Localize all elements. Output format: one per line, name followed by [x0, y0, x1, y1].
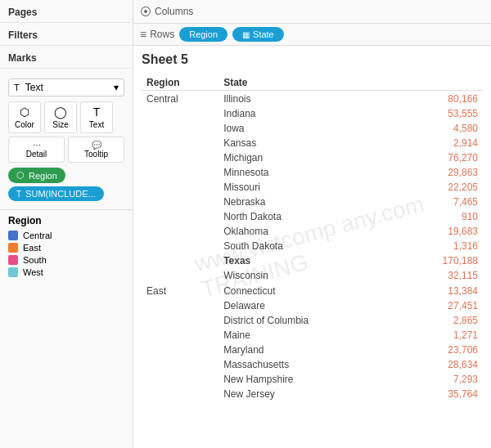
table-row: Texas170,188: [142, 253, 483, 268]
region-cell: [142, 372, 218, 387]
region-cell: [142, 357, 218, 372]
columns-toolbar: ⦿ Columns: [133, 0, 491, 24]
region-cell: [142, 343, 218, 357]
region-cell: [142, 195, 218, 209]
table-row: Nebraska7,465: [142, 195, 483, 209]
state-cell: Illinois: [218, 91, 394, 107]
legend-item-east: East: [8, 243, 124, 253]
table-row: Michigan76,270: [142, 150, 483, 165]
region-cell: [142, 298, 218, 313]
sum-pill-type-icon: T: [16, 190, 21, 199]
table-row: Kansas2,914: [142, 136, 483, 150]
table-row: Minnesota29,863: [142, 165, 483, 180]
value-cell: 35,764: [394, 387, 483, 401]
region-toolbar-pill[interactable]: Region: [179, 27, 227, 42]
region-cell: [142, 239, 218, 253]
state-toolbar-pill[interactable]: ▦ State: [232, 27, 284, 42]
sheet-title: Sheet 5: [142, 52, 483, 67]
value-cell: 1,316: [394, 239, 483, 253]
table-row: Maine1,271: [142, 328, 483, 343]
tooltip-label: Tooltip: [84, 150, 108, 159]
region-cell: [142, 268, 218, 283]
sum-pill[interactable]: T SUM(INCLUDE...: [8, 186, 104, 201]
rows-icon: ≡: [140, 28, 146, 41]
region-pill-label: Region: [29, 171, 57, 181]
table-row: EastConnecticut13,384: [142, 283, 483, 298]
region-cell: [142, 253, 218, 268]
value-cell: 22,205: [394, 180, 483, 195]
value-cell: 80,166: [394, 91, 483, 107]
region-cell: [142, 136, 218, 150]
region-cell: [142, 387, 218, 401]
region-col-header: Region: [142, 75, 218, 91]
value-cell: 29,863: [394, 165, 483, 180]
state-cell: New Jersey: [218, 387, 394, 401]
state-cell: Maine: [218, 328, 394, 343]
region-cell: [142, 313, 218, 328]
region-cell: [142, 180, 218, 195]
rows-label: Rows: [150, 29, 174, 40]
state-cell: Nebraska: [218, 195, 394, 209]
state-cell: South Dakota: [218, 239, 394, 253]
central-label: Central: [23, 231, 52, 240]
size-mark-button[interactable]: ◯ Size: [44, 101, 77, 133]
marks-section-header: Marks: [0, 46, 133, 69]
state-cell: New Hampshire: [218, 372, 394, 387]
table-row: Iowa4,580: [142, 121, 483, 136]
detail-mark-button[interactable]: ⋯ Detail: [8, 137, 65, 163]
state-cell: Indiana: [218, 106, 394, 121]
value-cell: 2,914: [394, 136, 483, 150]
region-pill-dots-icon: ⬡: [16, 170, 25, 181]
value-cell: 28,634: [394, 357, 483, 372]
value-cell: 76,270: [394, 150, 483, 165]
color-mark-button[interactable]: ⬡ Color: [8, 101, 41, 133]
table-row: Missouri22,205: [142, 180, 483, 195]
state-cell: Kansas: [218, 136, 394, 150]
sheet-scroll[interactable]: Sheet 5 Region State CentralIllinois80,1…: [133, 46, 491, 448]
east-swatch: [8, 243, 18, 253]
value-cell: 170,188: [394, 253, 483, 268]
pages-section-header: Pages: [0, 0, 133, 23]
detail-label: Detail: [26, 150, 47, 159]
value-cell: 7,293: [394, 372, 483, 387]
marks-type-dropdown[interactable]: T Text ▾: [8, 78, 124, 96]
region-cell: [142, 121, 218, 136]
value-cell: 32,115: [394, 268, 483, 283]
region-pill[interactable]: ⬡ Region: [8, 168, 65, 183]
value-cell: 23,706: [394, 343, 483, 357]
sheet-container: Sheet 5 Region State CentralIllinois80,1…: [133, 46, 491, 448]
text-mark-label: Text: [89, 120, 104, 129]
legend-item-west: West: [8, 267, 124, 277]
west-label: West: [23, 267, 43, 277]
state-cell: Texas: [218, 253, 394, 268]
color-icon: ⬡: [20, 105, 29, 119]
central-swatch: [8, 231, 18, 240]
legend-item-central: Central: [8, 231, 124, 240]
detail-icon: ⋯: [33, 141, 41, 150]
value-cell: 2,865: [394, 313, 483, 328]
region-cell: [142, 150, 218, 165]
state-cell: Iowa: [218, 121, 394, 136]
region-cell: Central: [142, 91, 218, 107]
state-cell: Massachusetts: [218, 357, 394, 372]
value-cell: 910: [394, 209, 483, 224]
state-cell: District of Columbia: [218, 313, 394, 328]
data-table: Region State CentralIllinois80,166Indian…: [142, 75, 483, 401]
state-pill-table-icon: ▦: [242, 30, 250, 39]
marks-type-label: T Text: [14, 82, 43, 93]
legend-item-south: South: [8, 255, 124, 265]
region-cell: [142, 224, 218, 239]
value-cell: 19,683: [394, 224, 483, 239]
table-row: CentralIllinois80,166: [142, 91, 483, 107]
rows-item: ≡ Rows: [140, 28, 174, 41]
region-legend: Region Central East South West: [0, 210, 133, 288]
region-cell: [142, 209, 218, 224]
size-label: Size: [52, 120, 68, 129]
legend-title: Region: [8, 215, 124, 226]
value-cell: 4,580: [394, 121, 483, 136]
text-mark-button[interactable]: T Text: [80, 101, 113, 133]
tooltip-mark-button[interactable]: 💬 Tooltip: [68, 137, 124, 163]
table-row: South Dakota1,316: [142, 239, 483, 253]
table-row: Wisconsin32,115: [142, 268, 483, 283]
value-cell: 53,555: [394, 106, 483, 121]
